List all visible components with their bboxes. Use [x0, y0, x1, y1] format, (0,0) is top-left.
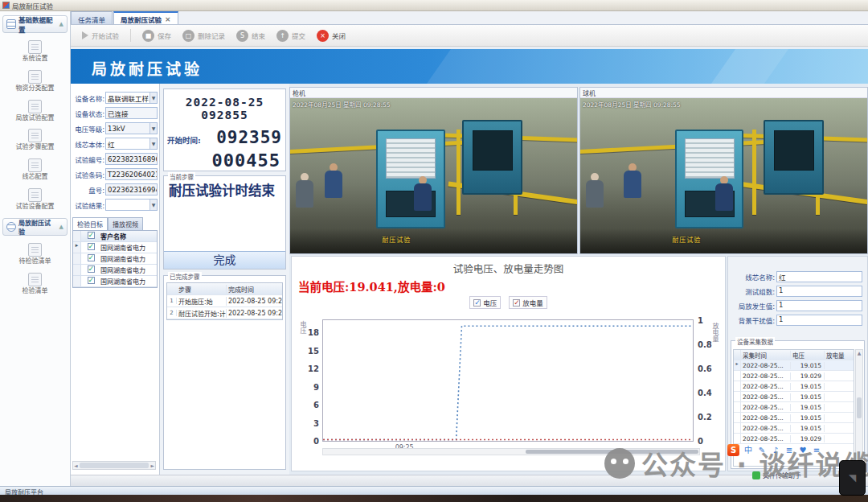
sidebar-item-step-config[interactable]: 试验步骤配置 [0, 125, 70, 154]
table-row[interactable]: 2022-08-25...19.015 [734, 381, 854, 392]
table-row[interactable]: 2022-08-25...19.015 [734, 392, 854, 402]
sidebar-section-basic-config[interactable]: 基础数据配置 ▲ [2, 15, 68, 33]
table-row[interactable]: 2022-08-25...19.015 [734, 423, 854, 434]
chevron-up-icon[interactable]: ▲ [59, 224, 63, 230]
scroll-up-arrow[interactable]: ▲ [858, 350, 862, 356]
table-row[interactable]: 1 开始施压:始 2022-08-25 09:25... [167, 295, 282, 307]
tab-close-icon[interactable]: × [165, 15, 171, 23]
tab-task-list[interactable]: 任务清单 [71, 11, 113, 24]
chevron-down-icon[interactable]: ▼ [149, 200, 157, 210]
table-row[interactable]: 国网湖南省电力 [73, 253, 157, 265]
finish-button[interactable]: S 结束 [236, 30, 265, 42]
row-checkbox[interactable] [81, 277, 100, 286]
file-helper-label: 文件传输助手 [763, 471, 801, 479]
sidebar-item-system-settings[interactable]: 系统设置 [0, 36, 70, 66]
field-value: 晶联调联工样.. [108, 93, 153, 103]
delete-record-button[interactable]: □ 删除记录 [182, 30, 225, 42]
save-button[interactable]: ■ 保存 [142, 30, 171, 42]
select-all-checkbox[interactable] [81, 232, 100, 241]
scrollbar-thumb[interactable] [526, 450, 698, 454]
table-row[interactable]: 国网湖南省电力 [73, 276, 157, 287]
button-label: 提交 [292, 31, 305, 40]
close-button[interactable]: × 关闭 [317, 30, 346, 42]
ime-toolbar[interactable]: S 中 ✎ ♪ ≣ ♥ ≡ [727, 444, 821, 456]
table-row[interactable]: 2 耐压试验开始:计 2022-08-25 09:26... [167, 307, 282, 319]
submit-button[interactable]: ↑ 提交 [276, 30, 305, 42]
table-row[interactable]: 2022-08-25...19.029 [734, 434, 854, 444]
window-titlebar: 局放耐压试验 [0, 0, 868, 11]
scrollbar-thumb[interactable] [857, 397, 862, 418]
row-marker: ▸ [73, 242, 81, 253]
table-row[interactable]: 2022-08-25...19.015 [734, 402, 854, 413]
button-label: 关闭 [332, 31, 346, 40]
sidebar-item-inspection-list[interactable]: 检验清单 [0, 269, 70, 298]
ime-menu-icon[interactable]: ≡ [812, 446, 821, 455]
horizontal-scrollbar[interactable]: ◄ ► [72, 461, 156, 470]
window-thumbnail[interactable]: ◥ [839, 460, 866, 496]
ime-pen-icon[interactable]: ✎ [757, 446, 767, 455]
chevron-down-icon[interactable]: ▼ [149, 123, 157, 134]
row-checkbox[interactable] [81, 265, 100, 274]
camera-panel-dome: 球机 2022年08月25日 星期四 09:28:55 耐压试验 [579, 87, 868, 254]
scroll-left-arrow[interactable]: ◄ [74, 463, 78, 468]
tab-inspection-target[interactable]: 检验目标 [72, 217, 108, 230]
table-row[interactable]: 2022-08-25...19.015 [734, 413, 854, 423]
device-name-select[interactable]: 晶联调联工样..▼ [105, 92, 158, 104]
tab-play-video[interactable]: 播放视频 [108, 217, 143, 230]
tab-pd-test[interactable]: 局放耐压试验 × [113, 11, 178, 24]
control-cabinet [462, 120, 522, 195]
sogou-input-icon[interactable]: S [727, 444, 739, 456]
start-test-button[interactable]: 开始试验 [82, 31, 119, 40]
test-group-field[interactable]: 1 [776, 286, 862, 297]
legend-discharge[interactable]: 放电量 [509, 296, 547, 309]
gear-icon [28, 40, 42, 54]
scrollbar-thumb[interactable] [80, 463, 149, 468]
row-checkbox[interactable] [81, 254, 100, 263]
core-name-field[interactable]: 红 [776, 271, 862, 282]
ime-keyboard-icon[interactable]: ≣ [784, 446, 794, 455]
pd-threshold-field[interactable]: 1 [776, 300, 862, 311]
table-row[interactable]: 国网湖南省电力 [73, 265, 157, 276]
camera-video-feed[interactable]: 2022年08月25日 星期四 09:28:55 耐压试验 [290, 98, 577, 253]
sidebar-item-material-config[interactable]: 物资分类配置 [0, 66, 70, 96]
legend-voltage[interactable]: 电压 [469, 296, 501, 309]
field-label: 试验结果: [72, 200, 104, 210]
table-row[interactable]: ▸2022-08-25...19.015 [734, 360, 854, 371]
field-label: 测试组数: [730, 286, 775, 296]
ime-lang-icon[interactable]: 中 [743, 446, 753, 455]
vertical-scrollbar[interactable]: ▲ ▼ [855, 349, 863, 467]
customer-name: 国网湖南省电力 [100, 254, 157, 263]
control-cabinet [764, 120, 824, 195]
sidebar-item-equipment-config[interactable]: 试验设备配置 [0, 184, 70, 214]
complete-button[interactable]: 完成 [164, 251, 285, 269]
document-tabbar: 任务清单 局放耐压试验 × [71, 11, 868, 25]
sidebar-section-pd-test[interactable]: 局放耐压试验 ▲ [2, 218, 68, 236]
chevron-down-icon[interactable]: ▼ [149, 93, 157, 103]
row-marker [73, 231, 81, 241]
chart-scrollbar[interactable] [322, 448, 700, 455]
upload-icon: ↑ [276, 30, 289, 42]
table-row[interactable]: ▸ 国网湖南省电力 [73, 242, 157, 253]
sidebar-item-pd-test-config[interactable]: 局放试验配置 [0, 96, 70, 126]
chevron-up-icon[interactable]: ▲ [59, 21, 63, 27]
chevron-down-icon[interactable]: ▼ [149, 138, 157, 149]
ime-skin-icon[interactable]: ♥ [798, 446, 808, 455]
worker [586, 173, 604, 208]
checkbox-checked-icon[interactable] [473, 299, 481, 307]
trend-chart-panel: 试验电压、放电量走势图 当前电压:19.041,放电量:0 电压 放电量 电压 … [291, 256, 726, 471]
background-noise-field[interactable]: 1 [776, 315, 862, 326]
voltage-grade-select[interactable]: 13kV▼ [105, 122, 158, 134]
sidebar-item-label: 物资分类配置 [16, 85, 55, 93]
checkbox-checked-icon[interactable] [513, 299, 520, 307]
test-result-select[interactable]: ▼ [105, 199, 158, 211]
core-select[interactable]: 红▼ [105, 138, 158, 150]
field-value: T223620640213/0 [108, 171, 158, 179]
sidebar-item-pending-list[interactable]: 待检验清单 [0, 239, 70, 269]
file-transfer-helper[interactable]: 文件传输助手 [752, 471, 801, 479]
camera-video-feed[interactable]: 2022年08月25日 星期四 09:28:55 耐压试验 [580, 98, 867, 253]
scroll-right-arrow[interactable]: ► [150, 463, 154, 468]
ime-mic-icon[interactable]: ♪ [771, 446, 780, 455]
sidebar-item-core-config[interactable]: 线芯配置 [0, 154, 70, 184]
table-row[interactable]: 2022-08-25...19.029 [734, 371, 854, 381]
row-checkbox[interactable] [81, 243, 100, 252]
